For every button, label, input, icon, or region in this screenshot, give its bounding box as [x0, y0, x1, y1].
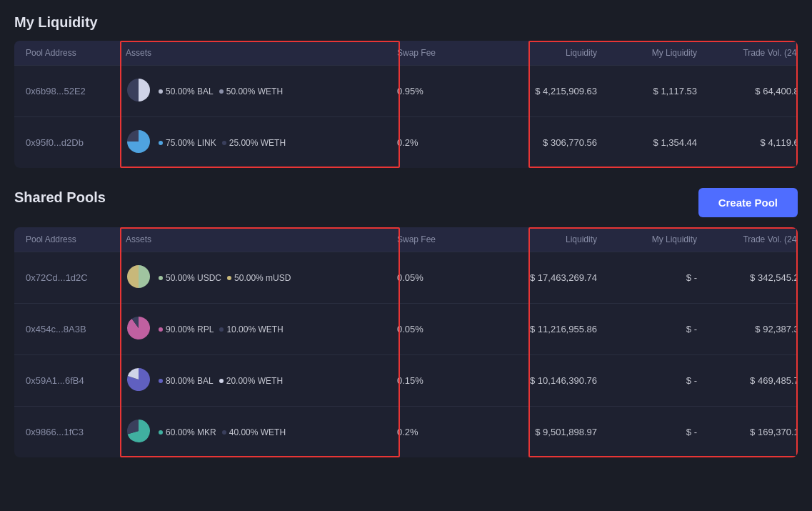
my-liquidity-table: Pool Address Assets Swap Fee Liquidity M…: [14, 41, 798, 168]
asset-label: 50.00% mUSD: [234, 273, 291, 283]
pool-address: 0x59A1...6fB4: [26, 375, 126, 386]
asset-tags: 50.00% BAL50.00% WETH: [159, 86, 283, 96]
asset-dot: [219, 89, 224, 94]
col-liquidity: Liquidity: [483, 48, 597, 58]
col-my-liquidity: My Liquidity: [597, 48, 697, 58]
col-my-liquidity-s: My Liquidity: [597, 234, 697, 244]
asset-dot: [159, 327, 163, 332]
pie-chart-icon: [126, 367, 151, 395]
pool-address: 0x95f0...d2Db: [26, 137, 126, 148]
pool-address: 0x6b98...52E2: [26, 86, 126, 96]
my-liquidity-value: $ -: [597, 272, 697, 283]
asset-label: 50.00% BAL: [166, 86, 214, 96]
asset-label: 10.00% WETH: [226, 324, 283, 334]
table-row[interactable]: 0x6b98...52E250.00% BAL50.00% WETH0.95%$…: [14, 65, 798, 116]
asset-tag: 80.00% BAL: [159, 376, 214, 386]
asset-tag: 75.00% LINK: [159, 138, 216, 148]
asset-tag: 50.00% BAL: [159, 86, 214, 96]
my-liquidity-value: $ 1,354.44: [597, 137, 697, 148]
asset-dot: [222, 430, 226, 435]
asset-tag: 10.00% WETH: [219, 324, 283, 334]
asset-dot: [159, 141, 163, 145]
asset-dot: [219, 379, 224, 383]
asset-dot: [159, 276, 163, 280]
liquidity-value: $ 10,146,390.76: [483, 375, 597, 386]
table-row[interactable]: 0x59A1...6fB480.00% BAL20.00% WETH0.15%$…: [14, 354, 798, 406]
table-row[interactable]: 0x454c...8A3B90.00% RPL10.00% WETH0.05%$…: [14, 303, 798, 354]
shared-pools-title: Shared Pools: [14, 189, 106, 206]
pie-chart-icon: [126, 264, 151, 292]
pool-address: 0x9866...1fC3: [26, 427, 126, 437]
asset-tag: 50.00% WETH: [219, 86, 283, 96]
asset-dot: [159, 430, 163, 435]
asset-label: 25.00% WETH: [229, 138, 286, 148]
my-liquidity-value: $ -: [597, 375, 697, 386]
trade-vol-value: $ 469,485.78: [697, 375, 798, 386]
my-liquidity-rows: 0x6b98...52E250.00% BAL50.00% WETH0.95%$…: [14, 65, 798, 168]
assets-cell: 80.00% BAL20.00% WETH: [126, 367, 397, 395]
swap-fee: 0.05%: [397, 272, 483, 283]
asset-label: 40.00% WETH: [229, 427, 286, 437]
asset-dot: [219, 327, 224, 332]
asset-tag: 60.00% MKR: [159, 427, 216, 437]
assets-cell: 90.00% RPL10.00% WETH: [126, 315, 397, 343]
asset-label: 75.00% LINK: [166, 138, 216, 148]
asset-dot: [222, 141, 226, 145]
swap-fee: 0.15%: [397, 375, 483, 386]
my-liquidity-value: $ 1,117.53: [597, 86, 697, 96]
asset-label: 90.00% RPL: [166, 324, 214, 334]
asset-tags: 75.00% LINK25.00% WETH: [159, 138, 286, 148]
assets-cell: 75.00% LINK25.00% WETH: [126, 129, 397, 157]
my-liquidity-section: My Liquidity Pool Address Assets Swap Fe…: [14, 14, 798, 168]
asset-tags: 60.00% MKR40.00% WETH: [159, 427, 286, 437]
assets-cell: 60.00% MKR40.00% WETH: [126, 418, 397, 446]
asset-label: 60.00% MKR: [166, 427, 216, 437]
asset-label: 50.00% USDC: [166, 273, 221, 283]
my-liquidity-value: $ -: [597, 324, 697, 334]
asset-tag: 25.00% WETH: [222, 138, 286, 148]
asset-tags: 50.00% USDC50.00% mUSD: [159, 273, 291, 283]
pool-address: 0x454c...8A3B: [26, 324, 126, 334]
col-assets-s: Assets: [126, 234, 397, 244]
col-assets: Assets: [126, 48, 397, 58]
pie-chart-icon: [126, 315, 151, 343]
trade-vol-value: $ 342,545.24: [697, 272, 798, 283]
col-pool-address-s: Pool Address: [26, 234, 126, 244]
assets-cell: 50.00% BAL50.00% WETH: [126, 77, 397, 105]
swap-fee: 0.2%: [397, 137, 483, 148]
asset-dot: [159, 379, 163, 383]
my-liquidity-header: Pool Address Assets Swap Fee Liquidity M…: [14, 41, 798, 65]
liquidity-value: $ 17,463,269.74: [483, 272, 597, 283]
shared-pools-table: Pool Address Assets Swap Fee Liquidity M…: [14, 227, 798, 457]
asset-label: 80.00% BAL: [166, 376, 214, 386]
liquidity-value: $ 306,770.56: [483, 137, 597, 148]
asset-label: 20.00% WETH: [226, 376, 283, 386]
col-swap-fee: Swap Fee: [397, 48, 483, 58]
asset-tag: 50.00% USDC: [159, 273, 221, 283]
col-liquidity-s: Liquidity: [483, 234, 597, 244]
asset-tag: 50.00% mUSD: [227, 273, 291, 283]
asset-tag: 20.00% WETH: [219, 376, 283, 386]
shared-pools-header: Pool Address Assets Swap Fee Liquidity M…: [14, 227, 798, 252]
asset-tag: 90.00% RPL: [159, 324, 214, 334]
table-row[interactable]: 0x95f0...d2Db75.00% LINK25.00% WETH0.2%$…: [14, 116, 798, 168]
table-row[interactable]: 0x72Cd...1d2C50.00% USDC50.00% mUSD0.05%…: [14, 252, 798, 303]
liquidity-value: $ 9,501,898.97: [483, 427, 597, 437]
shared-pools-rows: 0x72Cd...1d2C50.00% USDC50.00% mUSD0.05%…: [14, 252, 798, 457]
my-liquidity-value: $ -: [597, 427, 697, 437]
col-trade-vol-s: Trade Vol. (24h): [697, 234, 798, 244]
pie-chart-icon: [126, 77, 151, 105]
assets-cell: 50.00% USDC50.00% mUSD: [126, 264, 397, 292]
liquidity-value: $ 4,215,909.63: [483, 86, 597, 96]
shared-pools-section: Shared Pools Create Pool Pool Address As…: [14, 188, 798, 457]
col-trade-vol: Trade Vol. (24h): [697, 48, 798, 58]
asset-dot: [227, 276, 231, 280]
table-row[interactable]: 0x9866...1fC360.00% MKR40.00% WETH0.2%$ …: [14, 406, 798, 457]
col-pool-address: Pool Address: [26, 48, 126, 58]
pie-chart-icon: [126, 418, 151, 446]
asset-tags: 80.00% BAL20.00% WETH: [159, 376, 283, 386]
create-pool-button[interactable]: Create Pool: [698, 188, 798, 217]
trade-vol-value: $ 64,400.81: [697, 86, 798, 96]
swap-fee: 0.2%: [397, 427, 483, 437]
pie-chart-icon: [126, 129, 151, 157]
